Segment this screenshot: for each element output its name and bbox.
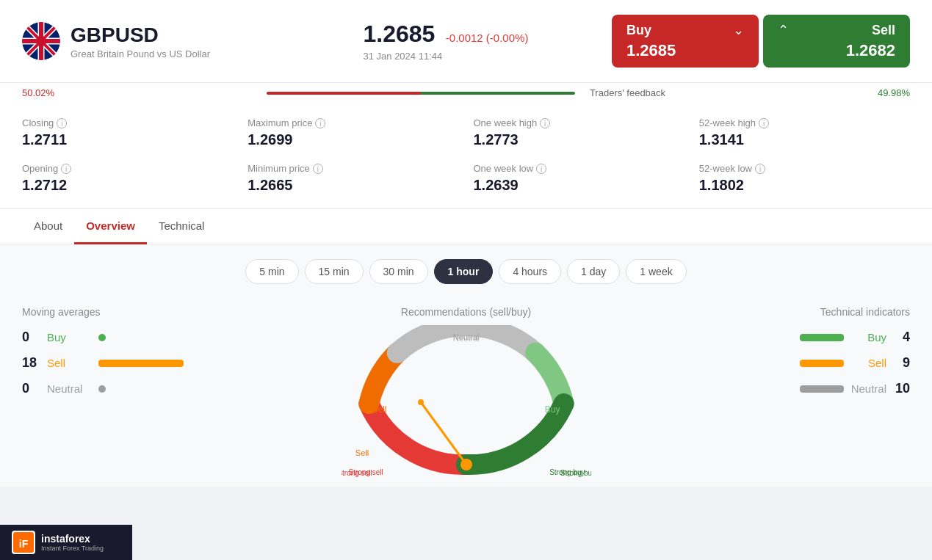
moving-averages-column: Moving averages 0 Buy 18 Sell 0 Neutral — [22, 306, 184, 407]
instaforex-logo: iF instaforex Instant Forex Trading — [12, 531, 104, 554]
stat-52-high-value: 1.3141 — [699, 131, 910, 148]
info-icon-opening[interactable]: i — [61, 164, 71, 174]
price-change: -0.0012 (-0.00%) — [446, 32, 529, 44]
ti-buy-bar — [800, 334, 844, 341]
info-icon-52-low[interactable]: i — [755, 164, 765, 174]
ma-sell-label: Sell — [47, 357, 91, 369]
tabs-section: About Overview Technical — [0, 209, 932, 244]
technical-columns: Moving averages 0 Buy 18 Sell 0 Neutral — [22, 306, 910, 472]
info-icon-week-high[interactable]: i — [540, 118, 550, 128]
info-icon-max[interactable]: i — [315, 118, 325, 128]
currency-flag — [22, 22, 60, 60]
stat-52-high: 52-week high i 1.3141 — [699, 117, 910, 148]
ma-item-buy: 0 Buy — [22, 330, 184, 345]
strong-sell-label: Strong sell — [349, 468, 383, 476]
currency-info: GBPUSD Great Britain Pound vs US Dollar — [71, 23, 319, 60]
stat-min-price: Minimum price i 1.2665 — [248, 163, 458, 194]
time-btn-5min[interactable]: 5 min — [245, 259, 298, 284]
gauge-column: Recommendations (sell/buy) — [198, 306, 734, 472]
sell-label: Sell — [789, 23, 895, 38]
currency-pair: GBPUSD — [71, 23, 319, 48]
gauge-title: Recommendations (sell/buy) — [401, 306, 531, 318]
ma-buy-count: 0 — [22, 330, 40, 345]
ti-item-sell: Sell 9 — [748, 355, 910, 371]
stat-52-high-label: 52-week high i — [699, 117, 910, 128]
bottom-bar: iF instaforex Instant Forex Trading — [0, 525, 132, 560]
stat-closing-label: Closing i — [22, 117, 233, 128]
ma-buy-dot — [98, 334, 106, 341]
price-datetime: 31 Jan 2024 11:44 — [364, 51, 613, 62]
feedback-bar-fill-red — [267, 92, 421, 95]
stats-section: Closing i 1.2711 Maximum price i 1.2699 … — [0, 103, 932, 209]
time-period-row: 5 min 15 min 30 min 1 hour 4 hours 1 day… — [22, 259, 910, 284]
stat-max-label: Maximum price i — [248, 117, 458, 128]
tab-overview[interactable]: Overview — [74, 209, 147, 244]
ma-neutral-label: Neutral — [47, 382, 91, 395]
feedback-sell-pct: 49.98% — [866, 87, 910, 98]
logo-text-block: instaforex Instant Forex Trading — [41, 533, 104, 552]
time-btn-1week[interactable]: 1 week — [626, 259, 686, 284]
buy-price: 1.2685 — [626, 41, 744, 60]
ti-neutral-count: 10 — [892, 381, 910, 396]
sell-box[interactable]: ⌃ Sell 1.2682 — [763, 15, 910, 68]
technical-section: 5 min 15 min 30 min 1 hour 4 hours 1 day… — [0, 244, 932, 487]
info-icon-week-low[interactable]: i — [536, 164, 546, 174]
main-container: GBPUSD Great Britain Pound vs US Dollar … — [0, 0, 932, 487]
stat-closing-value: 1.2711 — [22, 131, 233, 148]
stat-week-low-label: One week low i — [474, 163, 684, 174]
time-btn-1day[interactable]: 1 day — [567, 259, 620, 284]
buy-box[interactable]: Buy ⌄ 1.2685 — [612, 15, 759, 68]
feedback-bar-container: Traders' feedback — [66, 87, 866, 98]
feedback-bar — [267, 92, 575, 95]
stat-opening-label: Opening i — [22, 163, 233, 174]
ma-sell-count: 18 — [22, 355, 40, 371]
stat-min-value: 1.2665 — [248, 177, 458, 194]
ti-item-neutral: Neutral 10 — [748, 381, 910, 396]
technical-indicators-column: Technical indicators Buy 4 Sell 9 Neutra… — [748, 306, 910, 407]
logo-sub-text: Instant Forex Trading — [41, 545, 104, 552]
ti-item-buy: Buy 4 — [748, 330, 910, 345]
ti-sell-bar — [800, 360, 844, 367]
logo-main-text: instaforex — [41, 533, 104, 545]
stat-min-label: Minimum price i — [248, 163, 458, 174]
buy-label: Buy — [626, 23, 651, 38]
tab-about[interactable]: About — [22, 209, 74, 244]
buy-zone-label: Buy — [545, 404, 560, 415]
ma-item-neutral: 0 Neutral — [22, 381, 184, 396]
ma-sell-bar — [98, 360, 184, 367]
tab-technical[interactable]: Technical — [147, 209, 217, 244]
currency-desc: Great Britain Pound vs US Dollar — [71, 48, 319, 59]
time-btn-30min[interactable]: 30 min — [369, 259, 428, 284]
ma-neutral-count: 0 — [22, 381, 40, 396]
ma-buy-label: Buy — [47, 331, 91, 343]
ma-item-sell: 18 Sell — [22, 355, 184, 371]
neutral-label: Neutral — [453, 332, 479, 341]
info-icon-min[interactable]: i — [313, 164, 323, 174]
strong-buy-label: Strong buy — [549, 468, 585, 476]
info-icon-52-high[interactable]: i — [759, 118, 769, 128]
chevron-down-icon: ⌄ — [733, 22, 744, 38]
sell-zone-label: Sell — [372, 404, 387, 415]
stat-opening-value: 1.2712 — [22, 177, 233, 194]
time-btn-1hour[interactable]: 1 hour — [434, 259, 494, 284]
chevron-up-icon: ⌃ — [778, 22, 789, 38]
ti-buy-label: Buy — [850, 331, 886, 343]
svg-text:Sell: Sell — [355, 448, 368, 457]
svg-text:iF: iF — [19, 538, 29, 550]
gauge-wrapper: Sell Buy Neutral Strong sell Strong buy — [342, 325, 591, 472]
price-section: 1.2685 -0.0012 (-0.00%) 31 Jan 2024 11:4… — [319, 21, 613, 62]
buy-sell-section: Buy ⌄ 1.2685 ⌃ Sell 1.2682 — [612, 15, 910, 68]
ma-neutral-dot — [98, 385, 106, 393]
header-section: GBPUSD Great Britain Pound vs US Dollar … — [0, 0, 932, 83]
stat-week-high-value: 1.2773 — [474, 131, 684, 148]
feedback-buy-pct: 50.02% — [22, 87, 66, 98]
stat-opening: Opening i 1.2712 — [22, 163, 233, 194]
stat-max-price: Maximum price i 1.2699 — [248, 117, 458, 148]
sell-price: 1.2682 — [778, 41, 895, 60]
info-icon-closing[interactable]: i — [57, 118, 67, 128]
technical-indicators-title: Technical indicators — [748, 306, 910, 318]
time-btn-15min[interactable]: 15 min — [305, 259, 364, 284]
stat-closing: Closing i 1.2711 — [22, 117, 233, 148]
feedback-label: Traders' feedback — [590, 87, 665, 98]
time-btn-4hours[interactable]: 4 hours — [499, 259, 561, 284]
